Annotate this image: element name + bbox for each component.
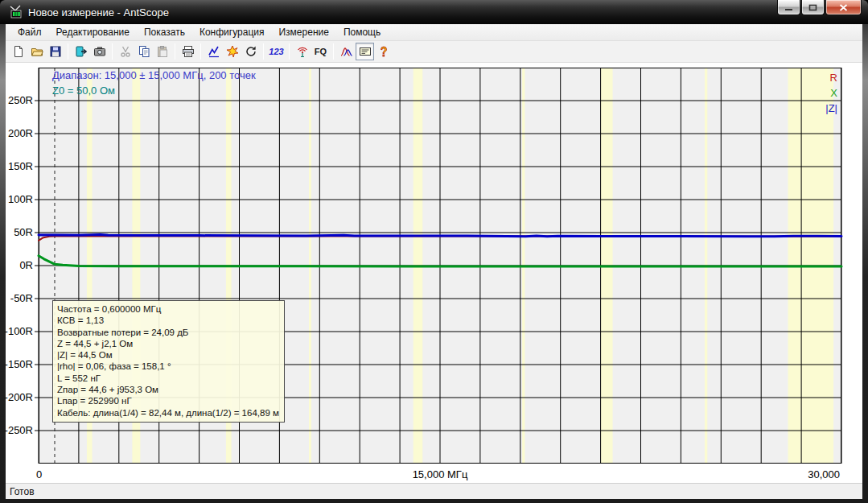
y-tick: 100R	[8, 193, 33, 206]
sweep-curves-button[interactable]	[337, 43, 356, 60]
range-info: Диапазон: 15,000 ± 15,000 МГц, 200 точек	[52, 69, 256, 81]
client-area: Файл Редактирование Показать Конфигураци…	[6, 24, 862, 499]
tooltip-line: |rho| = 0,06, фаза = 158,1 °	[57, 361, 280, 372]
refresh-button[interactable]	[241, 43, 260, 60]
y-tick: 150R	[8, 160, 33, 173]
help-button[interactable]	[374, 43, 393, 60]
window-controls	[776, 0, 862, 15]
copy-button[interactable]	[134, 43, 153, 60]
toolbar-separator	[175, 43, 175, 60]
marker-button[interactable]	[223, 43, 241, 60]
status-text: Готов	[10, 486, 35, 497]
app-window: Новое измерение - AntScope Файл Редактир…	[0, 0, 868, 503]
menu-file[interactable]: Файл	[10, 24, 49, 40]
antenna-button[interactable]	[293, 43, 311, 60]
tooltip-line: Z = 44,5 + j2,1 Ом	[57, 338, 280, 349]
save-icon	[49, 45, 62, 58]
app-icon	[9, 5, 23, 19]
x-axis-labels: 0 15,000 МГц 30,000	[39, 468, 841, 483]
tooltip-line: КСВ = 1,13	[57, 315, 280, 326]
export-button[interactable]	[72, 43, 90, 60]
close-button[interactable]	[825, 0, 862, 15]
tooltip-line: Кабель: длина(1/4) = 82,44 м, длина(1/2)…	[57, 407, 280, 418]
star-marker-icon	[226, 45, 239, 58]
x-tick-center: 15,000 МГц	[39, 468, 841, 480]
frequency-label: FQ	[315, 47, 327, 56]
y-tick: 250R	[8, 94, 33, 107]
cut-button[interactable]	[116, 43, 134, 60]
toolbar-separator	[333, 43, 334, 60]
maximize-button[interactable]	[801, 0, 825, 15]
tooltip-line: Zпар = 44,6 + j953,3 Ом	[57, 384, 280, 395]
help-icon	[377, 45, 390, 58]
menu-configuration[interactable]: Конфигурация	[192, 24, 272, 40]
menu-view[interactable]: Показать	[137, 24, 192, 40]
toolbar-separator	[68, 43, 68, 60]
title-bar[interactable]: Новое измерение - AntScope	[0, 0, 868, 24]
trace-legend: R X |Z|	[825, 70, 837, 116]
antenna-icon	[296, 45, 309, 58]
y-tick: -50R	[10, 292, 33, 305]
x-tick-end: 30,000	[808, 468, 840, 480]
tooltip-line: Частота = 0,600000 МГц	[57, 303, 280, 315]
chart-area[interactable]: 250R 200R 150R 100R 50R 0R -50R -100R -1…	[6, 63, 862, 483]
menu-edit[interactable]: Редактирование	[49, 24, 137, 40]
tooltip-toggle-button[interactable]	[356, 43, 374, 60]
menu-help[interactable]: Помощь	[336, 24, 388, 40]
status-bar: Готов	[6, 483, 862, 499]
y-tick: -100R	[5, 325, 33, 338]
camera-icon	[93, 45, 106, 58]
minimize-button[interactable]	[777, 0, 800, 15]
toolbar: 123 FQ	[6, 41, 862, 63]
legend-x: X	[825, 85, 837, 101]
toolbar-separator	[263, 43, 264, 60]
menu-bar: Файл Редактирование Показать Конфигураци…	[6, 24, 862, 41]
tooltip-line: Lпар = 252990 нГ	[57, 395, 280, 406]
legend-r: R	[825, 70, 837, 85]
open-folder-icon	[31, 45, 43, 58]
toolbar-separator	[200, 43, 201, 60]
y-tick: 200R	[8, 127, 33, 140]
toolbar-separator	[289, 43, 290, 60]
copy-icon	[138, 45, 150, 58]
paste-icon	[156, 45, 169, 58]
save-button[interactable]	[46, 43, 64, 60]
paste-button[interactable]	[153, 43, 171, 60]
maximize-icon	[808, 4, 817, 11]
new-file-icon	[12, 45, 25, 58]
y-tick: 0R	[19, 259, 33, 272]
printer-icon	[182, 45, 195, 58]
close-icon	[839, 4, 848, 11]
open-button[interactable]	[27, 43, 46, 60]
tooltip-icon	[359, 45, 372, 58]
chart-icon	[208, 45, 220, 58]
minimize-icon	[784, 4, 793, 11]
new-button[interactable]	[9, 43, 27, 60]
waveform-icon	[340, 45, 353, 58]
tooltip-line: L = 552 нГ	[57, 373, 280, 384]
z0-info: Z0 = 50,0 Ом	[52, 85, 115, 97]
y-tick: -150R	[5, 358, 33, 371]
export-icon	[75, 45, 88, 58]
refresh-icon	[245, 45, 257, 58]
screenshot-button[interactable]	[90, 43, 109, 60]
y-tick: -250R	[5, 424, 33, 437]
measurement-tooltip: Частота = 0,600000 МГц КСВ = 1,13 Возвра…	[52, 300, 285, 423]
menu-measurement[interactable]: Измерение	[271, 24, 335, 40]
tooltip-line: |Z| = 44,5 Ом	[57, 349, 280, 361]
y-tick: 50R	[14, 226, 33, 239]
numeric-view-button[interactable]: 123	[267, 43, 286, 60]
numeric-view-label: 123	[269, 47, 283, 56]
legend-z: |Z|	[825, 101, 837, 116]
chart-view-button[interactable]	[204, 43, 223, 60]
window-title: Новое измерение - AntScope	[28, 6, 169, 19]
cut-icon	[119, 45, 132, 58]
print-button[interactable]	[179, 43, 197, 60]
plot-area[interactable]: Диапазон: 15,000 ± 15,000 МГц, 200 точек…	[39, 68, 841, 464]
y-tick: -200R	[5, 391, 33, 404]
y-axis-labels: 250R 200R 150R 100R 50R 0R -50R -100R -1…	[6, 68, 35, 464]
toolbar-separator	[112, 43, 113, 60]
tooltip-line: Возвратные потери = 24,09 дБ	[57, 327, 280, 338]
frequency-button[interactable]: FQ	[311, 43, 330, 60]
